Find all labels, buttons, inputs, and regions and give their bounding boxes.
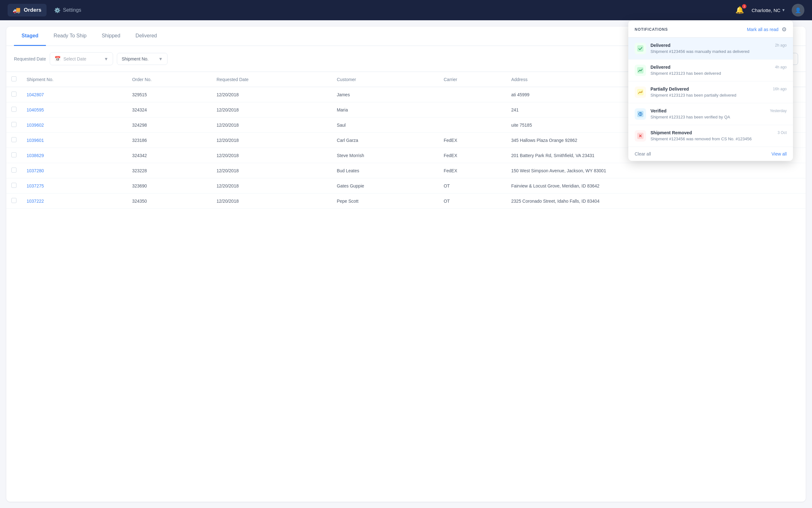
notification-body: Delivered 4h ago Shipment #123123 has be… [650, 65, 787, 76]
row-shipment-no: 1040595 [22, 102, 127, 118]
notification-description: Shipment #123123 has been delivered [650, 71, 787, 76]
row-req-date: 12/20/2018 [212, 118, 332, 133]
notification-item[interactable]: Partially Delivered 16h ago Shipment #12… [628, 81, 793, 103]
shipment-no-label: Shipment No. [122, 56, 148, 61]
row-carrier [439, 102, 506, 118]
requested-date-label: Requested Date [14, 56, 46, 61]
notification-body: Partially Delivered 16h ago Shipment #12… [650, 86, 787, 97]
row-req-date: 12/20/2018 [212, 148, 332, 163]
tab-delivered[interactable]: Delivered [128, 27, 165, 46]
row-order-no: 323186 [127, 133, 212, 148]
tab-staged[interactable]: Staged [14, 27, 46, 46]
row-select-checkbox[interactable] [11, 152, 16, 157]
col-order-no: Order No. [127, 72, 212, 87]
row-carrier: FedEX [439, 133, 506, 148]
view-all-button[interactable]: View all [771, 152, 787, 157]
row-order-no: 324298 [127, 118, 212, 133]
row-shipment-no: 1037280 [22, 163, 127, 178]
row-customer: Carl Garza [332, 133, 439, 148]
shipment-link[interactable]: 1037275 [27, 183, 44, 188]
row-req-date: 12/20/2018 [212, 102, 332, 118]
notification-body: Delivered 2h ago Shipment #123456 was ma… [650, 43, 787, 54]
row-shipment-no: 1037222 [22, 194, 127, 209]
row-customer: James [332, 87, 439, 102]
col-shipment-no: Shipment No. [22, 72, 127, 87]
date-placeholder: Select Date [63, 56, 86, 61]
row-order-no: 324350 [127, 194, 212, 209]
tab-ready-to-ship[interactable]: Ready To Ship [46, 27, 94, 46]
row-address: 150 West Simpson Avenue, Jackson, WY 830… [506, 163, 806, 178]
notification-icon [635, 108, 646, 120]
row-select-checkbox[interactable] [11, 122, 16, 127]
row-req-date: 12/20/2018 [212, 178, 332, 194]
notification-top: Shipment Removed 3 Oct [650, 130, 787, 135]
notifications-settings-button[interactable]: ⚙ [782, 26, 787, 33]
row-address: Fairview & Locust Grove, Meridian, ID 83… [506, 178, 806, 194]
notification-top: Verified Yesterday [650, 108, 787, 113]
row-carrier: OT [439, 178, 506, 194]
table-row: 1037222 324350 12/20/2018 Pepe Scott OT … [6, 194, 806, 209]
notification-title: Shipment Removed [650, 130, 692, 135]
shipment-link[interactable]: 1039602 [27, 123, 44, 128]
row-customer: Pepe Scott [332, 194, 439, 209]
row-order-no: 323228 [127, 163, 212, 178]
row-req-date: 12/20/2018 [212, 133, 332, 148]
shipment-link[interactable]: 1037280 [27, 168, 44, 173]
truck-icon: 🚚 [13, 6, 20, 14]
clear-all-button[interactable]: Clear all [635, 152, 651, 157]
shipment-link[interactable]: 1037222 [27, 199, 44, 204]
notification-description: Shipment #123456 was manually marked as … [650, 49, 787, 54]
row-address: 2325 Coronado Street, Idaho Falls, ID 83… [506, 194, 806, 209]
calendar-icon: 📅 [54, 56, 61, 62]
notifications-title: NOTIFICATIONS [635, 27, 668, 32]
row-customer: Steve Morrish [332, 148, 439, 163]
row-carrier: FedEX [439, 163, 506, 178]
notification-top: Delivered 2h ago [650, 43, 787, 48]
row-select-checkbox[interactable] [11, 198, 16, 203]
row-carrier [439, 87, 506, 102]
user-avatar[interactable]: 👤 [792, 4, 804, 16]
notification-top: Delivered 4h ago [650, 65, 787, 70]
shipment-no-select[interactable]: Shipment No. ▼ [117, 53, 168, 65]
orders-label: Orders [24, 7, 41, 13]
row-select-checkbox[interactable] [11, 183, 16, 188]
location-label: Charlotte, NC [752, 8, 780, 13]
mark-all-read-button[interactable]: Mark all as read [747, 27, 778, 32]
shipment-link[interactable]: 1042807 [27, 92, 44, 97]
settings-nav-item[interactable]: ⚙️ Settings [49, 5, 86, 16]
select-all-checkbox[interactable] [11, 76, 16, 81]
svg-point-5 [640, 115, 641, 115]
notification-item[interactable]: Delivered 4h ago Shipment #123123 has be… [628, 59, 793, 81]
notifications-button[interactable]: 🔔 1 [734, 5, 745, 15]
row-shipment-no: 1038629 [22, 148, 127, 163]
row-select-checkbox[interactable] [11, 137, 16, 142]
notification-title: Verified [650, 108, 667, 113]
date-select[interactable]: 📅 Select Date ▼ [50, 52, 113, 65]
row-shipment-no: 1042807 [22, 87, 127, 102]
notifications-list: Delivered 2h ago Shipment #123456 was ma… [628, 38, 793, 147]
chevron-down-icon: ▼ [782, 8, 785, 12]
row-order-no: 329515 [127, 87, 212, 102]
chevron-down-icon: ▼ [104, 56, 108, 61]
location-selector[interactable]: Charlotte, NC ▼ [752, 8, 785, 13]
row-select-checkbox[interactable] [11, 91, 16, 97]
shipment-link[interactable]: 1038629 [27, 153, 44, 158]
row-select-checkbox[interactable] [11, 168, 16, 173]
row-order-no: 324342 [127, 148, 212, 163]
notification-title: Delivered [650, 65, 671, 70]
notification-body: Shipment Removed 3 Oct Shipment #123456 … [650, 130, 787, 141]
notification-item[interactable]: Delivered 2h ago Shipment #123456 was ma… [628, 38, 793, 59]
notification-time: Yesterday [770, 109, 787, 113]
tab-shipped[interactable]: Shipped [94, 27, 128, 46]
shipment-link[interactable]: 1040595 [27, 108, 44, 113]
row-checkbox [6, 178, 22, 194]
row-select-checkbox[interactable] [11, 107, 16, 112]
svg-rect-0 [637, 45, 644, 52]
notification-description: Shipment #123456 was removed from CS No.… [650, 136, 787, 141]
notification-icon [635, 43, 646, 54]
row-customer: Maria [332, 102, 439, 118]
notification-item[interactable]: Verified Yesterday Shipment #123123 has … [628, 103, 793, 125]
shipment-link[interactable]: 1039601 [27, 138, 44, 143]
notification-item[interactable]: Shipment Removed 3 Oct Shipment #123456 … [628, 125, 793, 147]
orders-nav-item[interactable]: 🚚 Orders [8, 4, 47, 16]
